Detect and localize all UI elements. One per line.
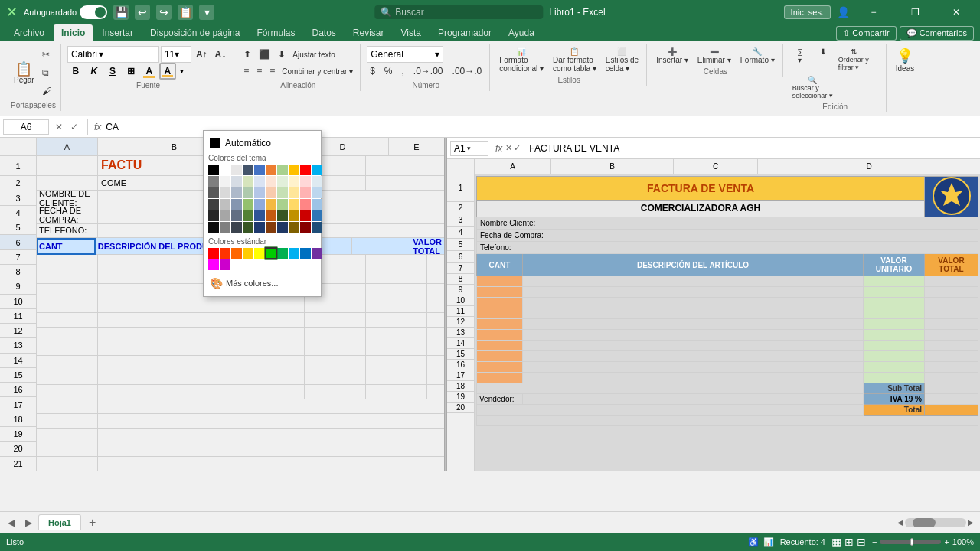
row-header-11[interactable]: 11 bbox=[0, 309, 36, 324]
row-header-12[interactable]: 12 bbox=[0, 324, 36, 338]
normal-view-button[interactable]: ▦ bbox=[831, 536, 841, 548]
cell-B10[interactable] bbox=[98, 298, 305, 313]
tab-revisar[interactable]: Revisar bbox=[345, 24, 392, 41]
cell-D8[interactable] bbox=[366, 269, 427, 284]
cell-mode-icon[interactable]: 📊 bbox=[763, 537, 774, 547]
inv-unit-7[interactable] bbox=[864, 276, 925, 287]
cell-A4[interactable]: FECHA DE COMPRA: bbox=[37, 207, 98, 224]
currency-button[interactable]: $ bbox=[367, 63, 378, 80]
inv-unit-14[interactable] bbox=[864, 351, 925, 362]
zoom-out-button[interactable]: − bbox=[872, 537, 877, 546]
inv-total-15[interactable] bbox=[925, 362, 978, 373]
color-auto-row[interactable]: Automático bbox=[208, 135, 316, 151]
right-col-C[interactable]: C bbox=[674, 159, 758, 174]
tab-datos[interactable]: Datos bbox=[304, 24, 343, 41]
row-header-19[interactable]: 19 bbox=[0, 427, 36, 442]
cell-rest-1[interactable] bbox=[366, 156, 444, 176]
theme-color-swatch[interactable] bbox=[289, 199, 299, 210]
theme-color-swatch[interactable] bbox=[312, 210, 322, 221]
autosum-button[interactable]: ∑ ▾ bbox=[789, 46, 811, 73]
inv-desc-14[interactable] bbox=[523, 351, 864, 362]
cell-C10[interactable] bbox=[305, 298, 366, 313]
inv-cant-10[interactable] bbox=[477, 308, 523, 319]
right-rh-7[interactable]: 7 bbox=[447, 263, 474, 274]
cell-A7[interactable] bbox=[37, 255, 98, 269]
tab-insertar[interactable]: Insertar bbox=[94, 24, 141, 41]
inv-cant-7[interactable] bbox=[477, 276, 523, 287]
inv-unit-11[interactable] bbox=[864, 319, 925, 330]
inv-total-16[interactable] bbox=[925, 373, 978, 383]
row-header-21[interactable]: 21 bbox=[0, 457, 36, 471]
insert-button[interactable]: ➕ Insertar ▾ bbox=[653, 46, 691, 66]
inv-cant-14[interactable] bbox=[477, 351, 523, 362]
inv-cant-16[interactable] bbox=[477, 373, 523, 383]
row-header-2[interactable]: 2 bbox=[0, 176, 36, 191]
underline-button[interactable]: S bbox=[104, 63, 121, 80]
decrease-decimal-button[interactable]: .00→.0 bbox=[449, 63, 485, 80]
row-header-14[interactable]: 14 bbox=[0, 354, 36, 368]
theme-color-swatch[interactable] bbox=[254, 165, 265, 175]
theme-color-swatch[interactable] bbox=[289, 222, 299, 233]
tab-ayuda[interactable]: Ayuda bbox=[501, 24, 542, 41]
cell-A13[interactable] bbox=[37, 341, 98, 356]
cell-B14[interactable] bbox=[98, 356, 305, 370]
right-col-A[interactable]: A bbox=[475, 159, 551, 174]
align-center-button[interactable]: ≡ bbox=[253, 63, 265, 80]
cell-D11[interactable] bbox=[366, 313, 427, 328]
percent-button[interactable]: % bbox=[381, 63, 396, 80]
cell-A16[interactable] bbox=[37, 385, 98, 399]
inv-cant-11[interactable] bbox=[477, 319, 523, 330]
standard-color-swatch[interactable] bbox=[265, 247, 278, 260]
right-rh-20[interactable]: 20 bbox=[447, 403, 474, 413]
row-header-9[interactable]: 9 bbox=[0, 279, 36, 294]
inv-cant-12[interactable] bbox=[477, 330, 523, 341]
cell-D12[interactable] bbox=[366, 328, 427, 342]
cell-E15[interactable] bbox=[427, 370, 444, 385]
inv-desc-9[interactable] bbox=[523, 298, 864, 308]
cell-D6[interactable] bbox=[352, 238, 411, 255]
theme-color-swatch[interactable] bbox=[289, 187, 299, 198]
inv-cant-8[interactable] bbox=[477, 287, 523, 298]
inv-total-12[interactable] bbox=[925, 330, 978, 341]
cell-E7[interactable] bbox=[427, 255, 444, 269]
font-color-dropdown[interactable]: ▾ bbox=[178, 63, 187, 80]
row-header-16[interactable]: 16 bbox=[0, 383, 36, 397]
theme-color-swatch[interactable] bbox=[300, 210, 311, 221]
inv-iva-val[interactable] bbox=[925, 394, 978, 405]
align-middle-button[interactable]: ⬛ bbox=[256, 46, 273, 63]
align-bottom-button[interactable]: ⬇ bbox=[275, 46, 289, 63]
theme-color-swatch[interactable] bbox=[220, 187, 230, 198]
cell-C15[interactable] bbox=[305, 370, 366, 385]
cell-A14[interactable] bbox=[37, 356, 98, 370]
inv-cant-9[interactable] bbox=[477, 298, 523, 308]
right-formula-input[interactable] bbox=[528, 142, 977, 155]
theme-color-swatch[interactable] bbox=[220, 210, 230, 221]
inv-unit-16[interactable] bbox=[864, 373, 925, 383]
cell-A17[interactable] bbox=[37, 399, 98, 414]
cell-B16[interactable] bbox=[98, 385, 305, 399]
cell-D15[interactable] bbox=[366, 370, 427, 385]
right-rh-19[interactable]: 19 bbox=[447, 392, 474, 403]
standard-color-swatch[interactable] bbox=[277, 248, 288, 259]
row-header-15[interactable]: 15 bbox=[0, 368, 36, 383]
redo-icon[interactable]: ↪ bbox=[156, 5, 172, 20]
cell-E6[interactable]: VALOR TOTAL bbox=[410, 238, 444, 255]
theme-color-swatch[interactable] bbox=[231, 165, 242, 175]
theme-color-swatch[interactable] bbox=[231, 187, 242, 198]
theme-color-swatch[interactable] bbox=[208, 222, 219, 233]
theme-color-swatch[interactable] bbox=[254, 199, 265, 210]
share-icon[interactable]: 👤 bbox=[837, 6, 850, 18]
fill-color-button[interactable]: A bbox=[141, 63, 158, 80]
sheet-tab-hoja1[interactable]: Hoja1 bbox=[38, 514, 81, 530]
cell-A3[interactable]: NOMBRE DE CLIENTE: bbox=[37, 191, 98, 207]
cell-E9[interactable] bbox=[427, 284, 444, 298]
wrap-text-button[interactable]: Ajustar texto bbox=[290, 46, 338, 63]
inv-desc-16[interactable] bbox=[523, 373, 864, 383]
cell-B15[interactable] bbox=[98, 370, 305, 385]
cell-E12[interactable] bbox=[427, 328, 444, 342]
right-confirm-icon[interactable]: ✓ bbox=[514, 143, 521, 153]
theme-color-swatch[interactable] bbox=[266, 165, 276, 175]
inv-desc-10[interactable] bbox=[523, 308, 864, 319]
ideas-button[interactable]: 💡 Ideas bbox=[893, 46, 917, 74]
inv-desc-8[interactable] bbox=[523, 287, 864, 298]
